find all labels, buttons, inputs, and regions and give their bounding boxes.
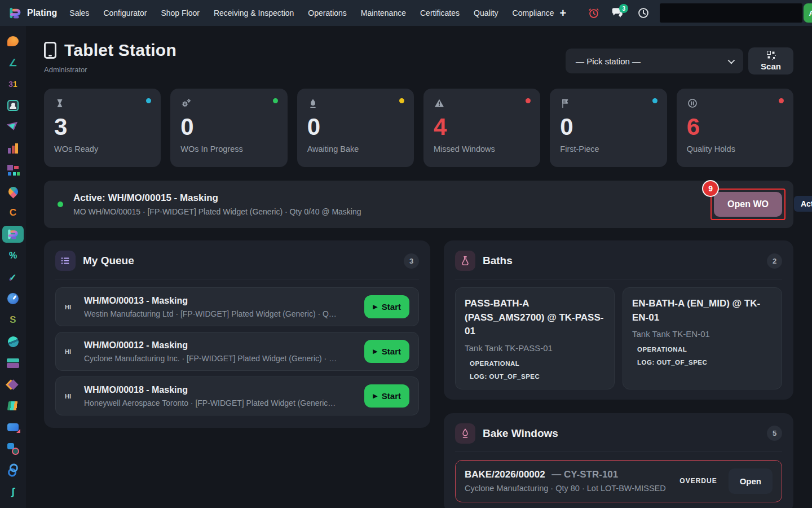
bath-title: PASS-BATH-A (PASS_AMS2700) @ TK-PASS-01 [465, 297, 605, 339]
sidebar-app-graph[interactable] [2, 140, 24, 157]
flag-icon [560, 97, 656, 110]
bath-card[interactable]: PASS-BATH-A (PASS_AMS2700) @ TK-PASS-01 … [455, 287, 615, 389]
check-icon: ✓ [6, 270, 20, 284]
brand[interactable]: Plating [8, 6, 57, 20]
nav-item-operations[interactable]: Operations [308, 8, 346, 17]
open-wo-button[interactable]: Open WO [714, 192, 782, 217]
nav-item-receiving-inspection[interactable]: Receiving & Inspection [214, 8, 294, 17]
chat-icon[interactable]: 3 [608, 3, 627, 23]
warning-icon [434, 97, 530, 110]
nav-item-shop-floor[interactable]: Shop Floor [161, 8, 199, 17]
play-icon: ▶ [373, 392, 377, 400]
sidebar-app-lookup[interactable] [2, 440, 24, 457]
sidebar-app-links[interactable] [2, 462, 24, 479]
nav-item-quality[interactable]: Quality [474, 8, 498, 17]
queue-count-badge: 3 [404, 253, 419, 269]
stat-card-wos-ready[interactable]: 3 WOs Ready [44, 89, 161, 167]
stat-card-missed-windows[interactable]: 4 Missed Windows [423, 89, 540, 167]
chat-badge: 3 [619, 4, 628, 13]
open-wo-annotation: 9 Open WO [710, 189, 785, 220]
stat-card-quality-holds[interactable]: 6 Quality Holds [677, 89, 793, 167]
stat-card-awaiting-bake[interactable]: 0 Awaiting Bake [297, 89, 414, 167]
bath-title: EN-BATH-A (EN_MID) @ TK-EN-01 [632, 297, 773, 325]
plating-logo-icon [8, 6, 23, 20]
nav-item-certificates[interactable]: Certificates [420, 8, 460, 17]
queue-row[interactable]: HI WH/MO/00013 - Masking Westin Manufact… [55, 287, 419, 326]
stat-card-wos-in-progress[interactable]: 0 WOs In Progress [170, 89, 287, 167]
avatar[interactable]: A [804, 3, 812, 23]
crm-icon [6, 120, 20, 134]
priority-badge: HI [65, 393, 75, 400]
scan-button[interactable]: Scan [748, 47, 793, 75]
sidebar-app-layers[interactable] [2, 354, 24, 371]
stat-value: 0 [560, 114, 656, 140]
avatar-initial: A [809, 9, 812, 17]
bake-row[interactable]: BAKE/2026/00002 — CY-STR-101 Cyclone Man… [455, 460, 782, 502]
status-dot [652, 98, 657, 103]
wo-subtitle: Honeywell Aerospace Toronto · [FP-WIDGET… [84, 398, 355, 408]
sidebar-app-map[interactable] [2, 183, 24, 200]
queue-row[interactable]: HI WH/MO/00012 - Masking Cyclone Manufac… [55, 332, 419, 371]
divider [55, 279, 419, 279]
station-picker-select[interactable]: — Pick station — [566, 49, 743, 73]
dashboard-icon [6, 163, 20, 177]
annotation-rect: Open WO [710, 189, 785, 220]
percent-icon: % [6, 249, 20, 262]
bath-log: LOG: OUT_OF_SPEC [465, 373, 605, 380]
tablet-icon [44, 42, 56, 59]
sidebar-app-messaging[interactable] [2, 33, 24, 50]
sidebar-app-todo[interactable]: ✓ [2, 269, 24, 286]
sidebar-app-sign[interactable]: ∫ [2, 483, 24, 500]
sidebar-app-c[interactable]: C [2, 204, 24, 221]
bake-windows-panel: Bake Windows 5 BAKE/2026/00002 — CY-STR-… [444, 413, 793, 508]
knowledge-icon: ∠ [6, 56, 20, 69]
stat-card-first-piece[interactable]: 0 First-Piece [550, 89, 667, 167]
nav-item-compliance[interactable]: Compliance [513, 8, 554, 17]
activity-clock-icon[interactable] [634, 3, 653, 23]
sidebar-app-discount[interactable]: % [2, 247, 24, 264]
queue-list-icon [55, 251, 76, 271]
sidebar-app-sphere[interactable] [2, 333, 24, 350]
map-pin-icon [6, 185, 20, 198]
stat-value: 0 [307, 114, 404, 140]
sidebar-app-plating-active[interactable] [2, 226, 24, 243]
nav-item-sales[interactable]: Sales [69, 8, 89, 17]
sidebar-app-calendar[interactable]: 31 [2, 76, 24, 93]
c-app-icon: C [6, 206, 20, 220]
sidebar-app-crm[interactable] [2, 119, 24, 135]
nav-item-maintenance[interactable]: Maintenance [361, 8, 406, 17]
layers-icon [6, 356, 20, 370]
wo-title: WH/MO/00013 - Masking [84, 296, 355, 306]
bath-card[interactable]: EN-BATH-A (EN_MID) @ TK-EN-01 Tank Tank … [623, 287, 782, 389]
queue-row[interactable]: HI WH/MO/00018 - Masking Honeywell Aeros… [55, 376, 419, 415]
chevron-down-icon [728, 56, 735, 64]
alarm-clock-icon[interactable] [584, 3, 603, 23]
library-icon [7, 401, 19, 410]
start-button[interactable]: ▶ Start [364, 295, 409, 318]
sidebar-app-overflow[interactable] [2, 505, 24, 508]
sidebar-app-contacts[interactable] [2, 97, 24, 114]
sidebar-app-library[interactable] [2, 397, 24, 414]
sidebar-app-knowledge[interactable]: ∠ [2, 54, 24, 71]
redacted-search-area[interactable] [660, 3, 802, 23]
queue-title: My Queue [83, 255, 134, 267]
active-wo-title: Active: WH/MO/00015 - Masking [73, 192, 361, 204]
open-button[interactable]: Open [729, 468, 773, 494]
top-nav: Plating Sales Configurator Shop Floor Re… [0, 0, 812, 26]
sidebar-app-dashboard[interactable] [2, 161, 24, 178]
sidebar-app-box[interactable] [2, 376, 24, 393]
station-picker-value: — Pick station — [576, 56, 641, 66]
sidebar-app-presentation[interactable] [2, 419, 24, 436]
start-button[interactable]: ▶ Start [364, 340, 409, 363]
flame-icon [455, 423, 475, 444]
sidebar-app-time[interactable] [2, 290, 24, 307]
start-button[interactable]: ▶ Start [364, 384, 409, 408]
plus-icon[interactable]: + [554, 7, 572, 20]
nav-item-configurator[interactable]: Configurator [103, 8, 147, 17]
stat-label: First-Piece [560, 144, 656, 154]
baths-title: Baths [483, 255, 513, 267]
s-app-icon: S [6, 313, 20, 327]
sidebar-app-s[interactable]: S [2, 312, 24, 329]
bake-variant: — CY-STR-101 [551, 469, 618, 480]
baths-count-badge: 2 [767, 253, 782, 269]
